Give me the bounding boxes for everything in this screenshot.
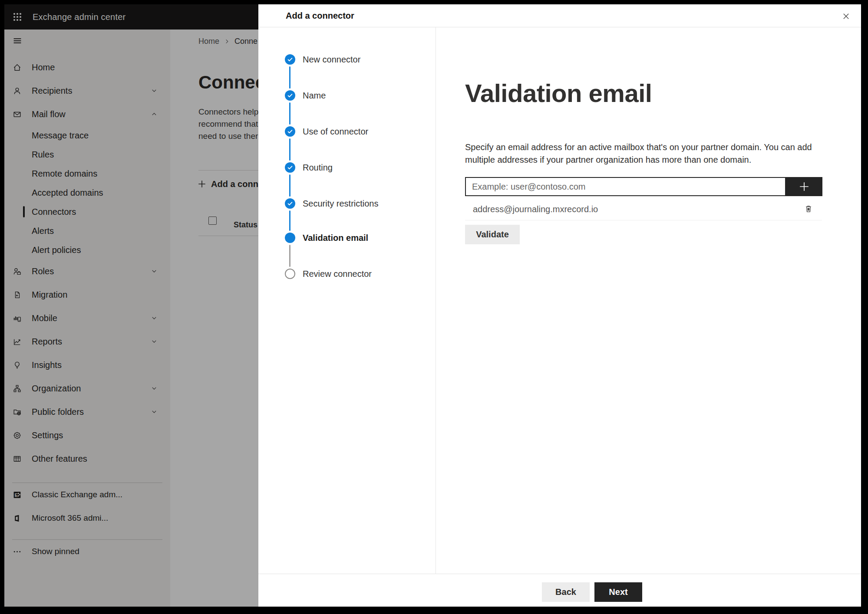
step-complete-icon	[285, 54, 295, 65]
step-complete-icon	[285, 126, 295, 137]
step-new-connector[interactable]: New connector	[303, 54, 360, 65]
step-connector-line	[289, 210, 290, 231]
email-address-input[interactable]	[465, 177, 786, 196]
step-validation-email[interactable]: Validation email	[303, 232, 368, 243]
check-icon	[287, 164, 294, 171]
step-complete-icon	[285, 90, 295, 101]
step-review-connector[interactable]: Review connector	[303, 268, 372, 279]
check-icon	[287, 56, 294, 63]
wizard-step-content: Validation email Specify an email addres…	[436, 27, 861, 574]
step-connector-line	[289, 66, 290, 89]
step-description: Specify an email address for an active m…	[465, 141, 812, 166]
close-panel-button[interactable]	[840, 10, 851, 22]
step-routing[interactable]: Routing	[303, 162, 333, 173]
plus-icon	[798, 180, 811, 193]
app-window: Exchange admin center Home Recipients Ma…	[4, 4, 861, 607]
step-security-restrictions[interactable]: Security restrictions	[303, 198, 379, 209]
add-email-button[interactable]	[786, 177, 822, 196]
add-connector-panel: Add a connector New connector Name	[258, 4, 861, 607]
step-complete-icon	[285, 162, 295, 173]
description-line: Specify an email address for an active m…	[465, 141, 812, 154]
panel-footer: Back Next	[258, 574, 861, 607]
check-icon	[287, 128, 294, 135]
address-row-divider	[465, 220, 822, 220]
description-line: multiple addresses if your partner organ…	[465, 154, 812, 166]
validate-button[interactable]: Validate	[465, 225, 520, 244]
wizard-steps: New connector Name Use of connector Rout…	[258, 27, 436, 574]
step-connector-line	[289, 245, 290, 267]
trash-icon	[804, 204, 813, 213]
check-icon	[287, 92, 294, 99]
check-icon	[287, 200, 294, 207]
panel-header: Add a connector	[258, 4, 861, 27]
back-button[interactable]: Back	[542, 582, 590, 602]
step-current-icon	[285, 233, 295, 243]
close-icon	[842, 12, 850, 20]
step-complete-icon	[285, 198, 295, 209]
next-button[interactable]: Next	[594, 582, 642, 602]
step-connector-line	[289, 138, 290, 161]
validation-address: address@journaling.mxrecord.io	[473, 204, 598, 214]
step-connector-line	[289, 102, 290, 125]
panel-title: Add a connector	[286, 11, 354, 21]
delete-address-button[interactable]	[802, 202, 815, 216]
step-upcoming-icon	[285, 269, 295, 279]
step-use-of-connector[interactable]: Use of connector	[303, 126, 368, 137]
step-name[interactable]: Name	[303, 90, 326, 101]
step-connector-line	[289, 174, 290, 197]
screenshot-root: Exchange admin center Home Recipients Ma…	[0, 0, 868, 614]
step-heading: Validation email	[465, 79, 652, 108]
